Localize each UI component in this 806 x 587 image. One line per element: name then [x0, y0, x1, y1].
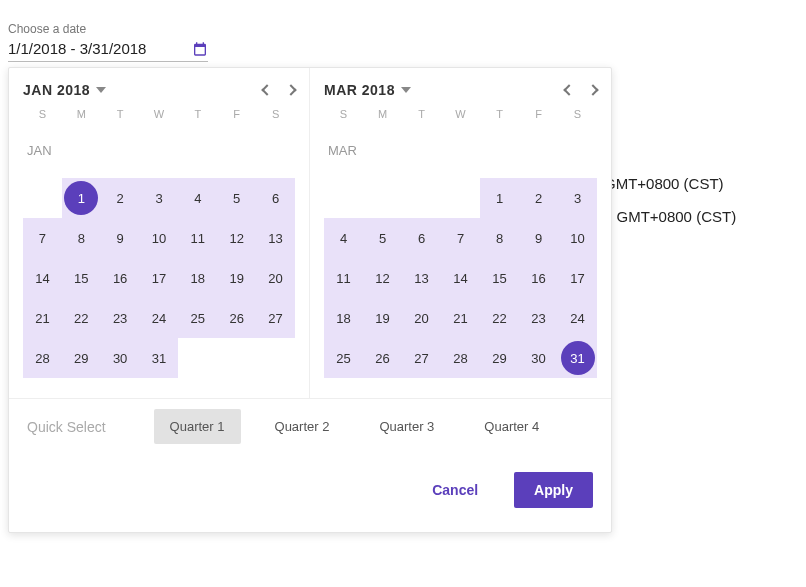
chevron-down-icon [96, 87, 106, 93]
weekday-label: M [363, 108, 402, 120]
day-cell[interactable]: 8 [62, 218, 101, 258]
day-cell[interactable]: 17 [558, 258, 597, 298]
day-cell[interactable]: 23 [519, 298, 558, 338]
quick-select-option[interactable]: Quarter 2 [259, 409, 346, 444]
day-cell[interactable]: 31 [558, 338, 597, 378]
day-cell[interactable]: 23 [101, 298, 140, 338]
day-cell[interactable]: 2 [101, 178, 140, 218]
day-cell[interactable]: 29 [480, 338, 519, 378]
quick-select-row: Quick Select Quarter 1Quarter 2Quarter 3… [9, 398, 611, 454]
day-cell[interactable]: 11 [178, 218, 217, 258]
left-month-next[interactable] [285, 84, 296, 95]
day-cell[interactable]: 9 [101, 218, 140, 258]
day-cell[interactable]: 6 [256, 178, 295, 218]
right-month-selector[interactable]: MAR 2018 [324, 82, 411, 98]
weekday-label: T [402, 108, 441, 120]
day-cell[interactable]: 4 [178, 178, 217, 218]
day-cell[interactable]: 28 [441, 338, 480, 378]
quick-select-option[interactable]: Quarter 3 [363, 409, 450, 444]
day-cell[interactable]: 31 [140, 338, 179, 378]
day-cell[interactable]: 3 [140, 178, 179, 218]
day-cell[interactable]: 12 [363, 258, 402, 298]
day-cell[interactable]: 7 [441, 218, 480, 258]
day-empty [402, 178, 441, 218]
day-cell[interactable]: 4 [324, 218, 363, 258]
day-cell[interactable]: 19 [363, 298, 402, 338]
day-cell[interactable]: 5 [217, 178, 256, 218]
day-cell[interactable]: 9 [519, 218, 558, 258]
day-cell[interactable]: 15 [480, 258, 519, 298]
weekday-label: T [178, 108, 217, 120]
quick-select-option[interactable]: Quarter 1 [154, 409, 241, 444]
weekday-label: M [62, 108, 101, 120]
day-cell[interactable]: 24 [558, 298, 597, 338]
background-text-1: GMT+0800 (CST) [604, 175, 724, 192]
day-empty [363, 178, 402, 218]
day-cell[interactable]: 21 [441, 298, 480, 338]
weekday-label: F [217, 108, 256, 120]
day-cell[interactable]: 22 [480, 298, 519, 338]
weekday-label: W [441, 108, 480, 120]
weekday-label: S [558, 108, 597, 120]
day-cell[interactable]: 24 [140, 298, 179, 338]
day-cell[interactable]: 21 [23, 298, 62, 338]
day-cell[interactable]: 15 [62, 258, 101, 298]
left-month-abbr: JAN [23, 130, 295, 170]
day-cell[interactable]: 1 [62, 178, 101, 218]
day-empty [441, 178, 480, 218]
field-label: Choose a date [8, 22, 208, 36]
day-cell[interactable]: 18 [178, 258, 217, 298]
right-month-prev[interactable] [563, 84, 574, 95]
day-cell[interactable]: 1 [480, 178, 519, 218]
right-month-next[interactable] [587, 84, 598, 95]
day-cell[interactable]: 13 [256, 218, 295, 258]
day-cell[interactable]: 3 [558, 178, 597, 218]
left-month-title: JAN 2018 [23, 82, 90, 98]
day-cell[interactable]: 27 [256, 298, 295, 338]
day-cell[interactable]: 26 [363, 338, 402, 378]
day-cell[interactable]: 20 [256, 258, 295, 298]
day-cell[interactable]: 2 [519, 178, 558, 218]
day-cell[interactable]: 7 [23, 218, 62, 258]
day-cell[interactable]: 13 [402, 258, 441, 298]
day-cell[interactable]: 8 [480, 218, 519, 258]
apply-button[interactable]: Apply [514, 472, 593, 508]
left-month-panel: JAN 2018 SMTWTFS JAN 1234567891011121314… [9, 68, 310, 398]
day-cell[interactable]: 11 [324, 258, 363, 298]
day-cell[interactable]: 5 [363, 218, 402, 258]
day-cell[interactable]: 19 [217, 258, 256, 298]
day-cell[interactable]: 18 [324, 298, 363, 338]
day-cell[interactable]: 16 [519, 258, 558, 298]
calendar-icon[interactable] [192, 41, 208, 57]
day-cell[interactable]: 25 [324, 338, 363, 378]
day-cell[interactable]: 14 [441, 258, 480, 298]
date-input-row[interactable]: 1/1/2018 - 3/31/2018 [8, 40, 208, 62]
day-cell[interactable]: 10 [140, 218, 179, 258]
day-cell[interactable]: 10 [558, 218, 597, 258]
day-cell[interactable]: 30 [519, 338, 558, 378]
day-cell[interactable]: 12 [217, 218, 256, 258]
day-empty [324, 178, 363, 218]
left-month-prev[interactable] [261, 84, 272, 95]
weekday-label: F [519, 108, 558, 120]
day-cell[interactable]: 29 [62, 338, 101, 378]
quick-select-option[interactable]: Quarter 4 [468, 409, 555, 444]
cancel-button[interactable]: Cancel [412, 472, 498, 508]
day-cell[interactable]: 20 [402, 298, 441, 338]
day-cell[interactable]: 25 [178, 298, 217, 338]
weekday-label: S [256, 108, 295, 120]
day-cell[interactable]: 27 [402, 338, 441, 378]
day-cell[interactable]: 14 [23, 258, 62, 298]
left-month-selector[interactable]: JAN 2018 [23, 82, 106, 98]
day-cell[interactable]: 26 [217, 298, 256, 338]
day-cell[interactable]: 30 [101, 338, 140, 378]
day-cell[interactable]: 28 [23, 338, 62, 378]
day-cell[interactable]: 6 [402, 218, 441, 258]
day-cell[interactable]: 16 [101, 258, 140, 298]
day-cell[interactable]: 22 [62, 298, 101, 338]
background-text-2: 0 GMT+0800 (CST) [604, 208, 736, 225]
right-month-title: MAR 2018 [324, 82, 395, 98]
right-month-abbr: MAR [324, 130, 597, 170]
weekday-label: S [324, 108, 363, 120]
day-cell[interactable]: 17 [140, 258, 179, 298]
